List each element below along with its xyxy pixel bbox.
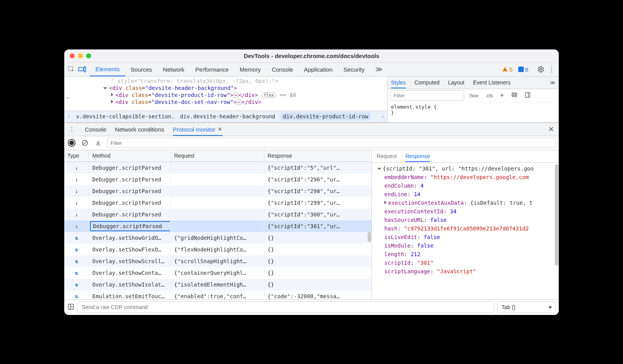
dom-line[interactable]: <div class="devsite-product-id-row">⋯</d…	[64, 91, 387, 98]
tab-performance[interactable]: Performance	[190, 63, 234, 76]
expand-toggle-icon[interactable]	[377, 168, 381, 170]
received-arrow-icon: ↓	[64, 209, 89, 220]
styles-body[interactable]: element.style { }	[388, 102, 559, 117]
hov-toggle[interactable]: :hov	[466, 92, 481, 99]
table-row[interactable]: ↓Debugger.scriptParsed{"scriptId":"298",…	[64, 185, 371, 197]
close-drawer-icon[interactable]: ✕	[548, 125, 554, 134]
breadcrumb-segment[interactable]: v.devsite-collapsible-section.	[76, 113, 174, 120]
clear-icon[interactable]	[81, 139, 89, 146]
detail-body[interactable]: {scriptId: "301", url: "https://develope…	[372, 163, 559, 299]
protocol-footer: Tab ()	[64, 299, 559, 315]
breadcrumb-segment[interactable]: div.devsite-product-id-row	[281, 113, 371, 120]
ellipsis-icon[interactable]: ⋯	[234, 92, 239, 98]
tab-sources[interactable]: Sources	[125, 63, 158, 76]
cell-response: {"code":-32000,"messa…	[264, 290, 371, 299]
cell-response: {}	[264, 232, 371, 244]
table-row[interactable]: ↓Debugger.scriptParsed{"scriptId":"301",…	[64, 220, 371, 232]
more-menu-icon[interactable]: ⋮	[547, 65, 556, 74]
toggle-sidebar-icon[interactable]	[522, 91, 533, 100]
tab-console[interactable]: Console	[266, 63, 299, 76]
expand-toggle-icon[interactable]	[384, 200, 387, 204]
scrollbar-thumb[interactable]	[368, 232, 371, 242]
sent-received-arrow-icon: ⇅	[64, 279, 89, 290]
col-method[interactable]: Method	[89, 150, 171, 162]
tab-elements[interactable]: Elements	[90, 63, 125, 76]
dom-line[interactable]: <div class="devsite-doc-set-nav-row">⋯</…	[64, 98, 387, 106]
drawer-tab-protocol-monitor[interactable]: Protocol monitor ✕	[173, 126, 222, 136]
save-icon[interactable]	[94, 139, 102, 146]
crumb-scroll-right-icon[interactable]: ›	[381, 113, 384, 120]
table-row[interactable]: ⇅Overlay.setShowFlexO…{"flexNodeHighligh…	[64, 244, 371, 255]
new-style-rule-icon[interactable]: +	[498, 91, 507, 100]
inspect-element-icon[interactable]	[67, 66, 76, 73]
table-row[interactable]: ⇅Overlay.setShowGridO…{"gridNodeHighligh…	[64, 232, 371, 244]
tab-security[interactable]: Security	[338, 63, 370, 76]
warnings-count: 5	[509, 66, 512, 73]
crumb-scroll-left-icon[interactable]: ‹	[67, 113, 70, 120]
toggle-editor-icon[interactable]	[67, 303, 74, 311]
expand-toggle-icon[interactable]	[103, 87, 107, 90]
dom-line[interactable]: <div class="devsite-header-background">	[64, 84, 387, 91]
drawer-tab-console[interactable]: Console	[85, 126, 106, 133]
target-tab-select[interactable]: Tab ()	[497, 301, 556, 313]
table-row[interactable]: ⇅Overlay.setShowIsolat…{"isolatedElement…	[64, 279, 371, 290]
tab-memory[interactable]: Memory	[234, 63, 266, 76]
styles-tab-styles[interactable]: Styles	[391, 79, 406, 88]
styles-tab-computed[interactable]: Computed	[414, 79, 440, 86]
detail-value: {isDefault: true, t	[470, 200, 533, 206]
settings-gear-icon[interactable]	[536, 66, 546, 73]
col-type[interactable]: Type	[64, 150, 89, 162]
detail-tab-request[interactable]: Request	[377, 153, 397, 159]
table-row[interactable]: ↓Debugger.scriptParsed{"scriptId":"296",…	[64, 174, 371, 185]
minimize-window-icon[interactable]	[78, 53, 83, 58]
dom-line[interactable]: " style="transform: translate3d(0px, -72…	[64, 77, 387, 84]
table-row[interactable]: ⇅Overlay.setShowConta…{"containerQueryHi…	[64, 267, 371, 279]
flex-badge[interactable]: flex	[261, 92, 276, 98]
ellipsis-icon[interactable]: ⋯	[237, 99, 242, 105]
traffic-lights	[64, 53, 91, 58]
computed-styles-icon[interactable]	[509, 91, 520, 100]
expand-toggle-icon[interactable]	[111, 93, 113, 97]
col-response[interactable]: Response	[264, 150, 371, 162]
device-toolbar-icon[interactable]	[77, 66, 87, 72]
svg-rect-4	[512, 93, 517, 96]
styles-filter-bar: :hov .cls +	[388, 89, 559, 102]
tab-application[interactable]: Application	[299, 63, 338, 76]
table-row[interactable]: ⇅Overlay.setShowScroll…{"scrollSnapHighl…	[64, 255, 371, 267]
cell-method: Overlay.setShowIsolat…	[89, 279, 171, 290]
styles-filter-input[interactable]	[390, 90, 464, 100]
styles-tab-layout[interactable]: Layout	[448, 79, 465, 86]
tab-network[interactable]: Network	[158, 63, 190, 76]
cdp-command-input[interactable]	[77, 301, 494, 313]
styles-tab-overflow-icon[interactable]: ≫	[550, 79, 556, 86]
tab-overflow-icon[interactable]: ≫	[370, 63, 388, 76]
drawer-tab-network-conditions[interactable]: Network conditions	[115, 126, 164, 133]
close-tab-icon[interactable]: ✕	[218, 126, 222, 132]
table-row[interactable]: ↓Debugger.scriptParsed{"scriptId":"299",…	[64, 197, 371, 209]
close-window-icon[interactable]	[70, 53, 75, 58]
cell-response: {"scriptId":"301","ur…	[264, 220, 371, 232]
cell-method: Debugger.scriptParsed	[90, 221, 170, 231]
warnings-badge[interactable]: 5	[502, 66, 512, 73]
styles-tab-eventlisteners[interactable]: Event Listeners	[473, 79, 511, 86]
table-row[interactable]: ↓Debugger.scriptParsed{"scriptId":"300",…	[64, 209, 371, 220]
drawer-menu-icon[interactable]: ⋮	[69, 126, 75, 133]
drawer-tabs: ⋮ Console Network conditions Protocol mo…	[64, 123, 559, 136]
scrollbar-thumb[interactable]	[555, 164, 558, 266]
collapsed-lines-icon[interactable]: ⋯	[67, 95, 70, 101]
zoom-window-icon[interactable]	[86, 53, 91, 58]
cell-method: Overlay.setShowConta…	[89, 267, 171, 279]
cls-toggle[interactable]: .cls	[483, 92, 496, 99]
col-request[interactable]: Request	[171, 150, 264, 162]
breadcrumb-segment[interactable]: div.devsite-header-background	[180, 113, 275, 120]
issues-badge[interactable]: 6	[518, 66, 528, 73]
protocol-filter-input[interactable]	[107, 138, 556, 148]
detail-tab-response[interactable]: Response	[405, 153, 430, 162]
table-row[interactable]: ⇅Emulation.setEmitTouc…{"enabled":true,"…	[64, 290, 371, 299]
expand-toggle-icon[interactable]	[111, 100, 113, 104]
dom-tree[interactable]: " style="transform: translate3d(0px, -72…	[64, 77, 387, 111]
grid-body[interactable]: ↓Debugger.scriptParsed{"scriptId":"5","u…	[64, 162, 371, 299]
received-arrow-icon: ↓	[64, 174, 89, 185]
table-row[interactable]: ↓Debugger.scriptParsed{"scriptId":"5","u…	[64, 162, 371, 174]
record-icon[interactable]	[67, 140, 76, 146]
